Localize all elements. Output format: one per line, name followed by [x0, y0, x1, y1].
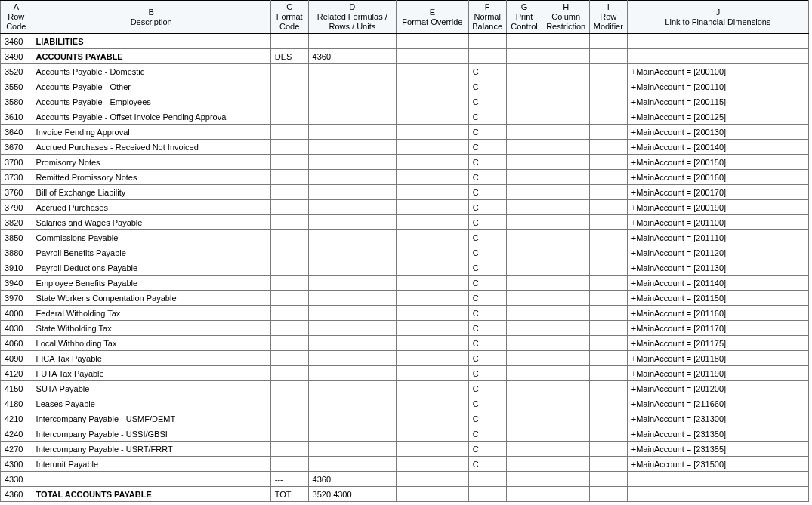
cell-b[interactable]: Salaries and Wages Payable	[32, 215, 270, 230]
cell-b[interactable]: Accounts Payable - Domestic	[32, 64, 270, 79]
cell-a[interactable]: 4000	[1, 306, 32, 321]
cell-j[interactable]: +MainAccount = [231350]	[627, 426, 808, 442]
col-header-column-restriction[interactable]: HColumn Restriction	[542, 1, 589, 34]
cell-a[interactable]: 3850	[1, 230, 32, 245]
cell-d[interactable]	[308, 351, 396, 366]
cell-b[interactable]: State Worker's Compentation Payable	[32, 291, 270, 306]
cell-b[interactable]: Interunit Payable	[32, 457, 270, 472]
cell-d[interactable]	[308, 185, 396, 200]
cell-b[interactable]: Employee Benefits Payable	[32, 276, 270, 291]
cell-g[interactable]	[506, 276, 542, 291]
cell-j[interactable]: +MainAccount = [201180]	[627, 351, 808, 366]
cell-h[interactable]	[542, 34, 589, 49]
cell-h[interactable]	[542, 155, 589, 170]
grid-row[interactable]: 3520Accounts Payable - DomesticC+MainAcc…	[1, 64, 809, 79]
grid-row[interactable]: 3490ACCOUNTS PAYABLEDES4360	[1, 49, 809, 64]
cell-j[interactable]: +MainAccount = [200115]	[627, 94, 808, 109]
cell-c[interactable]	[270, 381, 308, 396]
grid-row[interactable]: 4240Intercompany Payable - USSI/GBSIC+Ma…	[1, 426, 809, 442]
grid-row[interactable]: 4300Interunit PayableC+MainAccount = [23…	[1, 457, 809, 472]
cell-i[interactable]	[589, 306, 627, 321]
cell-j[interactable]: +MainAccount = [211660]	[627, 396, 808, 411]
cell-a[interactable]: 3820	[1, 215, 32, 230]
cell-h[interactable]	[542, 185, 589, 200]
cell-b[interactable]	[32, 472, 270, 487]
cell-i[interactable]	[589, 125, 627, 140]
cell-j[interactable]: +MainAccount = [201120]	[627, 245, 808, 260]
cell-a[interactable]: 3490	[1, 49, 32, 64]
cell-d[interactable]	[308, 215, 396, 230]
cell-c[interactable]	[270, 34, 308, 49]
cell-j[interactable]: +MainAccount = [201190]	[627, 366, 808, 381]
cell-a[interactable]: 3790	[1, 200, 32, 215]
cell-b[interactable]: Payroll Deductions Payable	[32, 260, 270, 276]
cell-i[interactable]	[589, 411, 627, 426]
cell-i[interactable]	[589, 94, 627, 109]
cell-e[interactable]	[397, 336, 469, 351]
cell-b[interactable]: TOTAL ACCOUNTS PAYABLE	[32, 487, 270, 502]
cell-e[interactable]	[397, 457, 469, 472]
cell-f[interactable]: C	[468, 321, 506, 336]
cell-g[interactable]	[506, 260, 542, 276]
cell-f[interactable]: C	[468, 276, 506, 291]
cell-f[interactable]: C	[468, 457, 506, 472]
cell-c[interactable]	[270, 426, 308, 442]
cell-g[interactable]	[506, 472, 542, 487]
grid-row[interactable]: 3790Accrued PurchasesC+MainAccount = [20…	[1, 200, 809, 215]
cell-e[interactable]	[397, 306, 469, 321]
cell-c[interactable]	[270, 411, 308, 426]
cell-a[interactable]: 3640	[1, 125, 32, 140]
cell-e[interactable]	[397, 260, 469, 276]
cell-d[interactable]	[308, 291, 396, 306]
cell-b[interactable]: Accrued Purchases - Received Not Invoice…	[32, 140, 270, 155]
cell-a[interactable]: 3760	[1, 185, 32, 200]
cell-a[interactable]: 3520	[1, 64, 32, 79]
cell-b[interactable]: LIABILITIES	[32, 34, 270, 49]
cell-f[interactable]: C	[468, 260, 506, 276]
cell-i[interactable]	[589, 155, 627, 170]
cell-a[interactable]: 4180	[1, 396, 32, 411]
cell-h[interactable]	[542, 245, 589, 260]
cell-d[interactable]	[308, 426, 396, 442]
cell-g[interactable]	[506, 442, 542, 457]
cell-a[interactable]: 4330	[1, 472, 32, 487]
cell-a[interactable]: 3550	[1, 79, 32, 94]
cell-e[interactable]	[397, 155, 469, 170]
col-header-description[interactable]: BDescription	[32, 1, 270, 34]
cell-j[interactable]: +MainAccount = [200190]	[627, 200, 808, 215]
cell-e[interactable]	[397, 366, 469, 381]
cell-i[interactable]	[589, 64, 627, 79]
cell-a[interactable]: 4360	[1, 487, 32, 502]
cell-f[interactable]: C	[468, 125, 506, 140]
cell-c[interactable]: ---	[270, 472, 308, 487]
cell-f[interactable]: C	[468, 64, 506, 79]
cell-e[interactable]	[397, 230, 469, 245]
cell-i[interactable]	[589, 260, 627, 276]
cell-i[interactable]	[589, 34, 627, 49]
cell-j[interactable]	[627, 487, 808, 502]
cell-i[interactable]	[589, 49, 627, 64]
cell-e[interactable]	[397, 487, 469, 502]
cell-h[interactable]	[542, 411, 589, 426]
cell-c[interactable]	[270, 442, 308, 457]
cell-f[interactable]: C	[468, 245, 506, 260]
cell-e[interactable]	[397, 140, 469, 155]
cell-i[interactable]	[589, 79, 627, 94]
cell-d[interactable]	[308, 442, 396, 457]
cell-a[interactable]: 3730	[1, 170, 32, 185]
cell-h[interactable]	[542, 487, 589, 502]
cell-b[interactable]: Promisorry Notes	[32, 155, 270, 170]
cell-g[interactable]	[506, 125, 542, 140]
cell-g[interactable]	[506, 185, 542, 200]
cell-i[interactable]	[589, 472, 627, 487]
grid-row[interactable]: 4180Leases PayableC+MainAccount = [21166…	[1, 396, 809, 411]
cell-j[interactable]: +MainAccount = [201150]	[627, 291, 808, 306]
cell-g[interactable]	[506, 245, 542, 260]
grid-row[interactable]: 3970State Worker's Compentation PayableC…	[1, 291, 809, 306]
cell-f[interactable]: C	[468, 396, 506, 411]
cell-e[interactable]	[397, 472, 469, 487]
cell-b[interactable]: Local Withholding Tax	[32, 336, 270, 351]
col-header-link-dimensions[interactable]: JLink to Financial Dimensions	[627, 1, 808, 34]
cell-b[interactable]: ACCOUNTS PAYABLE	[32, 49, 270, 64]
grid-row[interactable]: 3820Salaries and Wages PayableC+MainAcco…	[1, 215, 809, 230]
